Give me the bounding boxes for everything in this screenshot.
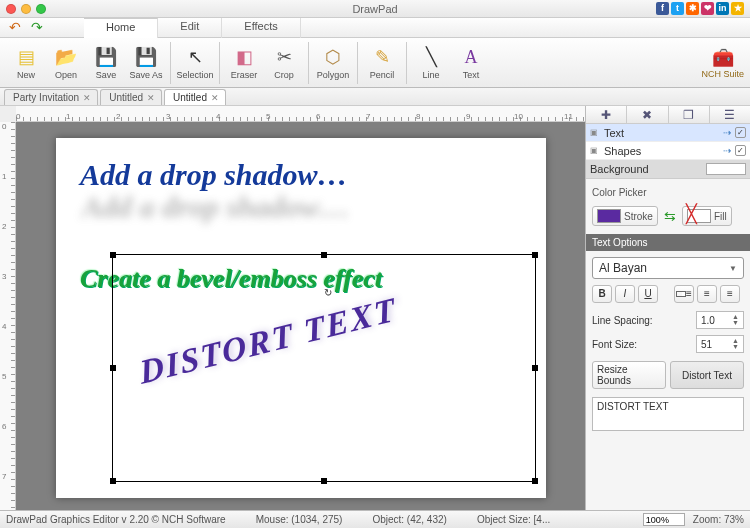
text-tool[interactable]: AText: [451, 39, 491, 87]
stroke-color-button[interactable]: Stroke: [592, 206, 658, 226]
close-icon[interactable]: ✕: [83, 93, 91, 103]
expand-icon[interactable]: ▣: [590, 128, 600, 137]
layer-link-icon[interactable]: ⇢: [723, 127, 731, 138]
doc-tab[interactable]: Party Invitation✕: [4, 89, 98, 105]
new-button[interactable]: ▤New: [6, 39, 46, 87]
background-swatch[interactable]: [706, 163, 746, 175]
new-icon: ▤: [14, 45, 38, 69]
zoom-input[interactable]: [643, 513, 685, 526]
resize-handle[interactable]: [532, 252, 538, 258]
align-center-button[interactable]: ≡: [697, 285, 717, 303]
object-size: Object Size: [4...: [477, 514, 550, 525]
side-panel: ✚ ✖ ❐ ☰ ▣ Text ⇢ ✓ ▣ Shapes ⇢ ✓ Backgrou…: [585, 106, 750, 510]
line-spacing-input[interactable]: 1.0▲▼: [696, 311, 744, 329]
stepper-icon: ▲▼: [732, 338, 739, 350]
layer-toolbar: ✚ ✖ ❐ ☰: [586, 106, 750, 124]
italic-button[interactable]: I: [615, 285, 635, 303]
fill-color-button[interactable]: ╳ Fill: [682, 206, 732, 226]
save-button[interactable]: 💾Save: [86, 39, 126, 87]
facebook-icon[interactable]: f: [656, 2, 669, 15]
duplicate-layer-button[interactable]: ❐: [669, 106, 710, 123]
horizontal-ruler: 0 1 2 3 4 5 6 7 8 9 10 11: [16, 106, 585, 122]
bold-button[interactable]: B: [592, 285, 612, 303]
layer-row[interactable]: ▣ Shapes ⇢ ✓: [586, 142, 750, 160]
polygon-tool[interactable]: ⬡Polygon: [313, 39, 353, 87]
resize-handle[interactable]: [321, 252, 327, 258]
twitter-icon[interactable]: t: [671, 2, 684, 15]
social-buttons: f t ✱ ❤ in ★: [656, 2, 744, 15]
fill-swatch: ╳: [687, 209, 711, 223]
resize-handle[interactable]: [321, 478, 327, 484]
polygon-icon: ⬡: [321, 45, 345, 69]
pencil-tool[interactable]: ✎Pencil: [362, 39, 402, 87]
zoom-label: Zoom: 73%: [693, 514, 744, 525]
bookmark-icon[interactable]: ★: [731, 2, 744, 15]
layer-visible-checkbox[interactable]: ✓: [735, 127, 746, 138]
align-left-button[interactable]: ≡: [674, 285, 694, 303]
menu-tabs: Home Edit Effects: [44, 18, 750, 38]
resize-handle[interactable]: [532, 365, 538, 371]
resize-handle[interactable]: [110, 252, 116, 258]
merge-layer-button[interactable]: ☰: [710, 106, 750, 123]
close-icon[interactable]: ✕: [211, 93, 219, 103]
save-as-icon: 💾: [134, 45, 158, 69]
rotate-handle[interactable]: ↻: [324, 287, 332, 298]
open-icon: 📂: [54, 45, 78, 69]
pencil-icon: ✎: [370, 45, 394, 69]
menu-tab-effects[interactable]: Effects: [222, 18, 300, 38]
editor-area: 0 1 2 3 4 5 6 7 8 9 10 11 0 1 2 3 4 5 6 …: [0, 106, 585, 510]
line-tool[interactable]: ╲Line: [411, 39, 451, 87]
open-button[interactable]: 📂Open: [46, 39, 86, 87]
stepper-icon: ▲▼: [732, 314, 739, 326]
swap-colors-button[interactable]: ⇆: [664, 208, 676, 224]
undo-button[interactable]: ↶: [6, 20, 24, 36]
layer-list: ▣ Text ⇢ ✓ ▣ Shapes ⇢ ✓ Background: [586, 124, 750, 179]
window-title: DrawPad: [0, 3, 750, 15]
shadow-text[interactable]: Add a drop shadow…: [80, 158, 348, 192]
text-content-input[interactable]: DISTORT TEXT: [592, 397, 744, 431]
save-as-button[interactable]: 💾Save As: [126, 39, 166, 87]
menu-tab-home[interactable]: Home: [84, 18, 158, 38]
doc-tab[interactable]: Untitled✕: [100, 89, 162, 105]
close-icon[interactable]: ✕: [147, 93, 155, 103]
vertical-ruler: 0 1 2 3 4 5 6 7: [0, 122, 16, 510]
status-bar: DrawPad Graphics Editor v 2.20 © NCH Sof…: [0, 510, 750, 528]
align-right-button[interactable]: ≡: [720, 285, 740, 303]
add-layer-button[interactable]: ✚: [586, 106, 627, 123]
distort-text-button[interactable]: Distort Text: [670, 361, 744, 389]
resize-handle[interactable]: [110, 478, 116, 484]
rss-icon[interactable]: ✱: [686, 2, 699, 15]
crop-icon: ✂: [272, 45, 296, 69]
save-icon: 💾: [94, 45, 118, 69]
nch-suite-button[interactable]: 🧰NCH Suite: [701, 47, 744, 79]
doc-tab[interactable]: Untitled✕: [164, 89, 226, 105]
background-row[interactable]: Background: [586, 160, 750, 178]
underline-button[interactable]: U: [638, 285, 658, 303]
linkedin-icon[interactable]: in: [716, 2, 729, 15]
canvas-page[interactable]: Add a drop shadow… Add a drop shadow… Cr…: [56, 138, 546, 498]
toolbar: ▤New 📂Open 💾Save 💾Save As ↖Selection ◧Er…: [0, 38, 750, 88]
selection-tool[interactable]: ↖Selection: [175, 39, 215, 87]
line-spacing-label: Line Spacing:: [592, 315, 688, 326]
quick-access-bar: ↶ ↷ Home Edit Effects: [0, 18, 750, 38]
selection-box[interactable]: ↻: [112, 254, 536, 482]
delete-layer-button[interactable]: ✖: [627, 106, 668, 123]
text-options-header: Text Options: [586, 234, 750, 251]
layer-link-icon[interactable]: ⇢: [723, 145, 731, 156]
share-icon[interactable]: ❤: [701, 2, 714, 15]
layer-row[interactable]: ▣ Text ⇢ ✓: [586, 124, 750, 142]
canvas-viewport[interactable]: Add a drop shadow… Add a drop shadow… Cr…: [16, 122, 585, 510]
resize-handle[interactable]: [110, 365, 116, 371]
resize-handle[interactable]: [532, 478, 538, 484]
font-size-input[interactable]: 51▲▼: [696, 335, 744, 353]
eraser-icon: ◧: [232, 45, 256, 69]
eraser-tool[interactable]: ◧Eraser: [224, 39, 264, 87]
crop-tool[interactable]: ✂Crop: [264, 39, 304, 87]
resize-bounds-button[interactable]: Resize Bounds: [592, 361, 666, 389]
menu-tab-edit[interactable]: Edit: [158, 18, 222, 38]
chevron-down-icon: ▼: [729, 264, 737, 273]
titlebar: DrawPad f t ✱ ❤ in ★: [0, 0, 750, 18]
layer-visible-checkbox[interactable]: ✓: [735, 145, 746, 156]
font-dropdown[interactable]: Al Bayan▼: [592, 257, 744, 279]
expand-icon[interactable]: ▣: [590, 146, 600, 155]
